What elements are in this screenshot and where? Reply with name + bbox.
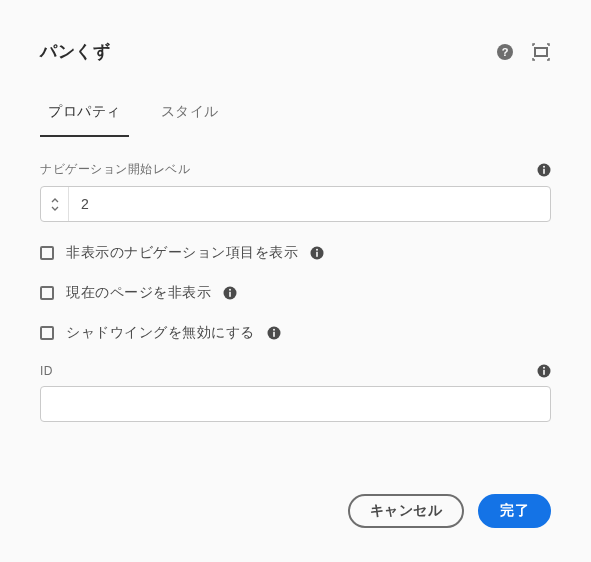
show-hidden-checkbox[interactable] <box>40 246 54 260</box>
show-hidden-row: 非表示のナビゲーション項目を表示 <box>40 244 551 262</box>
svg-point-11 <box>229 289 231 291</box>
dialog-footer: キャンセル 完了 <box>348 494 552 528</box>
hide-current-label: 現在のページを非表示 <box>66 284 211 302</box>
disable-shadowing-label: シャドウイングを無効にする <box>66 324 255 342</box>
nav-start-level-label-row: ナビゲーション開始レベル <box>40 161 551 178</box>
chevron-up-icon[interactable] <box>50 196 60 204</box>
info-icon[interactable] <box>223 286 237 300</box>
id-input[interactable] <box>40 386 551 422</box>
header-actions: ? <box>495 42 551 62</box>
info-icon[interactable] <box>267 326 281 340</box>
disable-shadowing-row: シャドウイングを無効にする <box>40 324 551 342</box>
svg-point-17 <box>543 367 545 369</box>
nav-start-level-field: ナビゲーション開始レベル <box>40 161 551 222</box>
info-icon[interactable] <box>537 163 551 177</box>
help-icon[interactable]: ? <box>495 42 515 62</box>
dialog-header: パンくず ? <box>0 0 591 83</box>
hide-current-checkbox[interactable] <box>40 286 54 300</box>
svg-text:?: ? <box>502 46 509 58</box>
svg-rect-16 <box>543 370 545 375</box>
svg-point-14 <box>273 329 275 331</box>
hide-current-row: 現在のページを非表示 <box>40 284 551 302</box>
tab-style[interactable]: スタイル <box>153 91 227 137</box>
nav-start-level-input[interactable] <box>69 187 550 221</box>
info-icon[interactable] <box>310 246 324 260</box>
cancel-button[interactable]: キャンセル <box>348 494 465 528</box>
done-button[interactable]: 完了 <box>478 494 551 528</box>
svg-rect-4 <box>543 168 545 173</box>
disable-shadowing-checkbox[interactable] <box>40 326 54 340</box>
dialog: パンくず ? プロパティ スタイル ナビゲーション開始レベル <box>0 0 591 562</box>
chevron-down-icon[interactable] <box>50 204 60 212</box>
show-hidden-label: 非表示のナビゲーション項目を表示 <box>66 244 298 262</box>
tab-list: プロパティ スタイル <box>0 91 591 137</box>
info-icon[interactable] <box>537 364 551 378</box>
svg-point-8 <box>316 249 318 251</box>
svg-point-5 <box>543 165 545 167</box>
fullscreen-icon[interactable] <box>531 42 551 62</box>
svg-rect-13 <box>273 332 275 337</box>
id-label: ID <box>40 364 53 378</box>
nav-start-level-stepper <box>40 186 551 222</box>
svg-rect-10 <box>229 292 231 297</box>
dialog-title: パンくず <box>40 40 110 63</box>
svg-rect-7 <box>316 252 318 257</box>
dialog-body: ナビゲーション開始レベル 非表示のナビゲーション項目を表示 <box>0 137 591 422</box>
tab-properties[interactable]: プロパティ <box>40 91 129 137</box>
stepper-buttons <box>41 187 69 221</box>
svg-rect-2 <box>535 48 547 56</box>
id-label-row: ID <box>40 364 551 378</box>
id-field: ID <box>40 364 551 422</box>
nav-start-level-label: ナビゲーション開始レベル <box>40 161 190 178</box>
